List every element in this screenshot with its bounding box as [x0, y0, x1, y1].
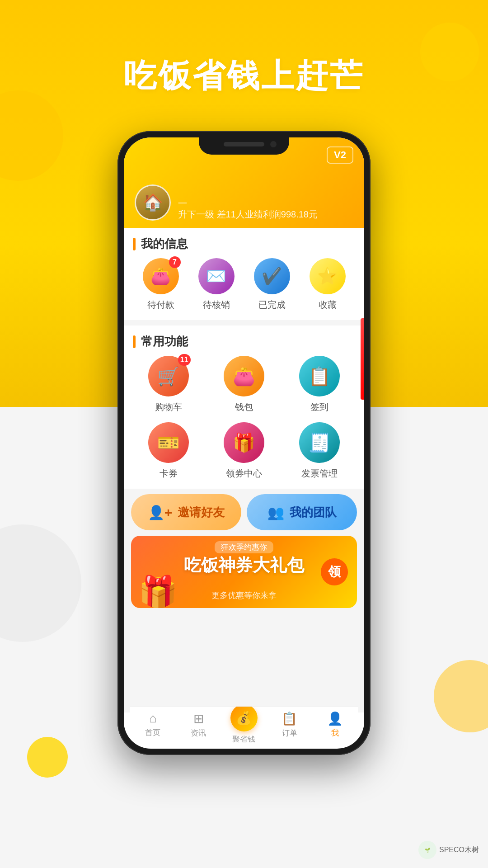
favorites-label: 收藏: [319, 299, 337, 311]
orders-icon: 📋: [282, 711, 297, 726]
info-item-pending-payment[interactable]: 👛 7 待付款: [143, 258, 179, 311]
deco-circle-5: [27, 737, 68, 778]
func-item-checkin[interactable]: 📋 签到: [284, 356, 355, 413]
info-item-pending-verify[interactable]: ✉️ 待核销: [198, 258, 235, 311]
func-grid: 🛒 11 购物车 👛 钱包: [133, 356, 355, 480]
profile-upgrade: 升下一级 差11人业绩利润998.18元: [178, 208, 353, 221]
home-icon: ⌂: [149, 711, 157, 726]
common-functions-title: 常用功能: [133, 326, 355, 356]
phone-screen: 🏠 升下一级 差11人业绩利润998.18元 V2 我的信息: [124, 137, 364, 749]
completed-icon-wrap: ✔️: [254, 258, 290, 294]
pending-payment-icon-wrap: 👛 7: [143, 258, 179, 294]
checkin-label: 签到: [310, 401, 328, 413]
team-label: 我的团队: [290, 505, 337, 520]
banner-cta-button[interactable]: 领: [321, 558, 348, 585]
nav-me[interactable]: 👤 我: [312, 711, 358, 738]
profile-info: 升下一级 差11人业绩利润998.18元: [178, 200, 353, 221]
cart-badge: 11: [178, 354, 191, 366]
pending-payment-badge: 7: [169, 256, 181, 268]
nav-news-label: 资讯: [191, 728, 206, 738]
watermark-text: SPECO木树: [439, 845, 479, 855]
info-item-favorites[interactable]: ⭐ 收藏: [310, 258, 346, 311]
profile-level: [178, 202, 187, 204]
my-info-section: 我的信息 👛 7 待付款 ✉️: [124, 228, 364, 320]
cart-label: 购物车: [155, 401, 182, 413]
watermark: 🌱 SPECO木树: [418, 841, 479, 859]
wallet2-icon-wrap: 👛: [224, 356, 264, 396]
completed-label: 已完成: [258, 299, 286, 311]
cart-icon: 🛒: [157, 366, 180, 387]
check-icon: ✔️: [262, 267, 282, 286]
avatar-inner: 🏠: [136, 186, 169, 219]
invoice-label: 发票管理: [301, 467, 338, 480]
save-center-icon: 💰: [230, 706, 258, 731]
wallet-icon: 👛: [150, 267, 171, 286]
my-info-title: 我的信息: [133, 228, 355, 258]
banner[interactable]: 🎁 狂欢季约惠你 吃饭神券大礼包 更多优惠等你来拿 领: [131, 536, 357, 608]
nav-home-label: 首页: [145, 727, 160, 738]
wallet2-icon: 👛: [233, 366, 255, 387]
coupon-center-label: 领券中心: [226, 467, 262, 480]
coupon-icon-wrap: 🎫: [148, 422, 189, 463]
my-team-button[interactable]: 👥 我的团队: [247, 494, 357, 530]
mail-icon: ✉️: [206, 267, 226, 286]
func-item-cart[interactable]: 🛒 11 购物车: [133, 356, 204, 413]
avatar[interactable]: 🏠: [135, 184, 171, 221]
nav-home[interactable]: ⌂ 首页: [130, 711, 176, 738]
info-item-completed[interactable]: ✔️ 已完成: [254, 258, 290, 311]
nav-orders[interactable]: 📋 订单: [267, 711, 312, 738]
bottom-nav: ⌂ 首页 ⊞ 资讯 💰 聚省钱 📋 订单 👤 我: [130, 706, 358, 742]
level-badge: V2: [327, 146, 353, 164]
gift-icon-wrap: 🎁: [224, 422, 264, 463]
speaker: [224, 142, 264, 146]
phone-outer: 🏠 升下一级 差11人业绩利润998.18元 V2 我的信息: [117, 131, 371, 755]
info-grid: 👛 7 待付款 ✉️ 待核销: [133, 258, 355, 311]
phone-content[interactable]: 我的信息 👛 7 待付款 ✉️: [124, 228, 364, 712]
nav-orders-label: 订单: [282, 728, 297, 738]
banner-title: 吃饭神券大礼包: [184, 554, 304, 577]
pending-verify-label: 待核销: [203, 299, 230, 311]
invoice-icon-wrap: 🧾: [299, 422, 340, 463]
me-icon: 👤: [327, 711, 343, 726]
pending-payment-label: 待付款: [147, 299, 174, 311]
func-item-wallet[interactable]: 👛 钱包: [208, 356, 279, 413]
checkin-icon-wrap: 📋: [299, 356, 340, 396]
nav-save-label: 聚省钱: [232, 734, 255, 742]
header-title: 吃饭省钱上赶芒: [0, 54, 488, 98]
action-buttons: 👤+ 邀请好友 👥 我的团队: [124, 494, 364, 530]
common-functions-section: 常用功能 🛒 11 购物车 👛: [124, 326, 364, 489]
star-icon: ⭐: [317, 267, 338, 286]
banner-subtitle: 更多优惠等你来拿: [211, 590, 277, 601]
invite-friends-button[interactable]: 👤+ 邀请好友: [131, 494, 241, 530]
side-bar: [361, 318, 364, 400]
banner-tag: 狂欢季约惠你: [215, 541, 273, 553]
nav-save[interactable]: 💰 聚省钱: [221, 706, 267, 742]
invite-icon: 👤+: [148, 505, 173, 520]
banner-gift-icon: 🎁: [138, 576, 178, 608]
wallet-label: 钱包: [235, 401, 253, 413]
front-camera: [270, 141, 277, 147]
nav-me-label: 我: [331, 728, 339, 738]
news-icon: ⊞: [193, 711, 204, 726]
func-item-coupon-center[interactable]: 🎁 领券中心: [208, 422, 279, 480]
invite-label: 邀请好友: [178, 505, 225, 520]
watermark-logo: 🌱: [418, 841, 436, 859]
phone-notch: [199, 137, 289, 155]
cart-icon-wrap: 🛒 11: [148, 356, 189, 396]
func-item-invoice[interactable]: 🧾 发票管理: [284, 422, 355, 480]
coupon-label: 卡券: [160, 467, 178, 480]
coupon-icon: 🎫: [157, 432, 180, 453]
func-item-card-coupon[interactable]: 🎫 卡券: [133, 422, 204, 480]
invoice-icon: 🧾: [308, 432, 331, 453]
team-icon: 👥: [267, 505, 284, 520]
checkin-icon: 📋: [308, 366, 331, 387]
gift-icon: 🎁: [233, 432, 255, 453]
pending-verify-icon-wrap: ✉️: [198, 258, 235, 294]
nav-news[interactable]: ⊞ 资讯: [176, 711, 221, 738]
favorites-icon-wrap: ⭐: [310, 258, 346, 294]
phone-mockup: 🏠 升下一级 差11人业绩利润998.18元 V2 我的信息: [117, 131, 371, 755]
